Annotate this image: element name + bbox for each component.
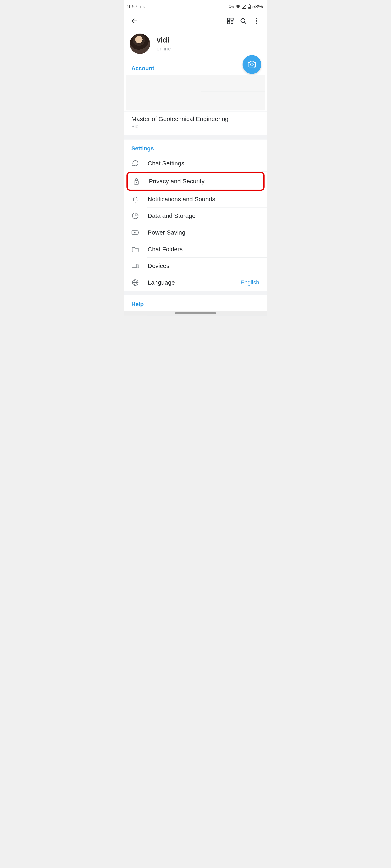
settings-item-label: Devices (148, 262, 169, 269)
battery-icon (248, 4, 251, 9)
svg-rect-11 (231, 18, 233, 20)
chat-icon (131, 159, 139, 167)
bio-row[interactable]: Master of Geotechnical Engineering Bio (123, 111, 268, 135)
battery-charging-icon (131, 229, 139, 237)
status-time: 9:57 (127, 3, 138, 10)
profile-name: vidi (157, 36, 171, 44)
settings-item-language[interactable]: Language English (123, 274, 268, 291)
nav-pill[interactable] (175, 312, 216, 314)
profile-status: online (157, 45, 171, 52)
avatar[interactable] (130, 34, 150, 54)
svg-point-26 (136, 182, 137, 183)
settings-item-label: Language (148, 279, 175, 286)
svg-line-18 (244, 22, 246, 23)
settings-item-chat-settings[interactable]: Chat Settings (123, 155, 268, 172)
highlight-annotation: Privacy and Security (127, 172, 264, 191)
settings-item-label: Data and Storage (148, 212, 196, 219)
svg-point-21 (256, 23, 257, 24)
section-header-help: Help (123, 296, 268, 311)
battery-percent: 53% (252, 3, 263, 10)
settings-item-data-storage[interactable]: Data and Storage (123, 208, 268, 224)
svg-rect-7 (249, 4, 250, 5)
bell-icon (131, 195, 139, 203)
account-redacted-area[interactable] (125, 75, 266, 111)
settings-item-label: Power Saving (148, 229, 185, 236)
svg-rect-8 (248, 7, 250, 9)
back-button[interactable] (128, 14, 141, 27)
pie-chart-icon (131, 212, 139, 220)
bio-text: Master of Geotechnical Engineering (131, 116, 260, 122)
settings-item-power-saving[interactable]: Power Saving (123, 224, 268, 241)
devices-icon (131, 262, 139, 270)
settings-item-privacy-security[interactable]: Privacy and Security (128, 173, 263, 190)
search-button[interactable] (237, 14, 250, 27)
settings-item-devices[interactable]: Devices (123, 257, 268, 274)
wifi-icon (235, 5, 241, 9)
settings-item-chat-folders[interactable]: Chat Folders (123, 241, 268, 257)
language-value: English (241, 279, 260, 286)
status-bar: 9:57 53% (123, 0, 268, 13)
globe-icon (131, 279, 139, 286)
svg-point-19 (256, 18, 257, 19)
svg-rect-1 (144, 7, 144, 8)
svg-rect-16 (232, 23, 233, 24)
svg-point-2 (229, 6, 231, 8)
svg-point-20 (256, 20, 257, 22)
lock-icon (133, 177, 140, 185)
svg-rect-0 (141, 6, 144, 8)
cellular-icon (242, 5, 246, 9)
vpn-key-icon (229, 5, 234, 8)
qr-code-button[interactable] (224, 14, 237, 27)
settings-item-label: Notifications and Sounds (148, 196, 215, 203)
section-header-settings: Settings (123, 140, 268, 155)
toolbar (123, 13, 268, 29)
svg-rect-30 (137, 265, 139, 268)
battery-small-icon (141, 3, 145, 10)
folder-icon (131, 245, 139, 253)
settings-item-label: Chat Settings (148, 160, 184, 167)
svg-rect-13 (231, 22, 232, 22)
svg-rect-12 (227, 22, 230, 24)
svg-rect-14 (232, 22, 233, 22)
svg-rect-10 (227, 18, 230, 20)
more-menu-button[interactable] (250, 14, 263, 27)
settings-item-label: Privacy and Security (149, 178, 204, 185)
settings-item-notifications[interactable]: Notifications and Sounds (123, 191, 268, 208)
profile-header: vidi online (123, 29, 268, 59)
bio-label: Bio (131, 124, 260, 129)
svg-rect-29 (138, 232, 139, 233)
settings-item-label: Chat Folders (148, 246, 183, 253)
change-photo-fab[interactable] (243, 55, 261, 74)
camera-add-icon (247, 60, 256, 69)
svg-rect-15 (231, 23, 232, 24)
svg-point-22 (250, 63, 253, 66)
